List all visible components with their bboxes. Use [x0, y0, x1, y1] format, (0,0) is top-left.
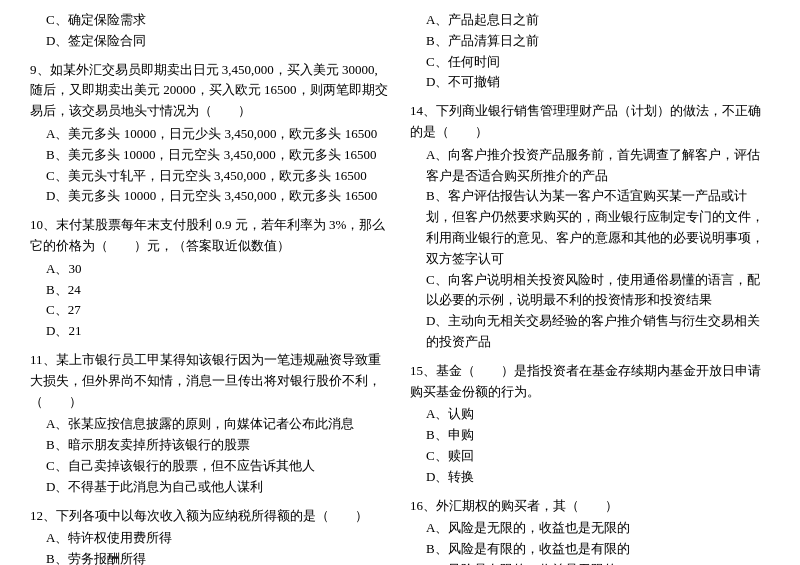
right-column: A、产品起息日之前 B、产品清算日之前 C、任何时间 D、不可撤销 14、下列商… [410, 10, 770, 565]
two-column-layout: C、确定保险需求 D、签定保险合同 9、如某外汇交易员即期卖出日元 3,450,… [30, 10, 770, 565]
q13-option-b: B、产品清算日之前 [410, 31, 770, 52]
q10-option-a: A、30 [30, 259, 390, 280]
q11-option-b: B、暗示朋友卖掉所持该银行的股票 [30, 435, 390, 456]
q13-option-d: D、不可撤销 [410, 72, 770, 93]
q13-option-c: C、任何时间 [410, 52, 770, 73]
option-c-prev: C、确定保险需求 [30, 10, 390, 31]
q12-option-b: B、劳务报酬所得 [30, 549, 390, 565]
q14-option-b: B、客户评估报告认为某一客户不适宜购买某一产品或计划，但客户仍然要求购买的，商业… [410, 186, 770, 269]
q9-option-b: B、美元多头 10000，日元空头 3,450,000，欧元多头 16500 [30, 145, 390, 166]
question-11-text: 11、某上市银行员工甲某得知该银行因为一笔违规融资导致重大损失，但外界尚不知情，… [30, 350, 390, 412]
q9-option-c: C、美元头寸轧平，日元空头 3,450,000，欧元多头 16500 [30, 166, 390, 187]
question-block-13-options: A、产品起息日之前 B、产品清算日之前 C、任何时间 D、不可撤销 [410, 10, 770, 93]
q16-option-b: B、风险是有限的，收益也是有限的 [410, 539, 770, 560]
question-block-12: 12、下列各项中以每次收入额为应纳税所得额的是（ ） A、特许权使用费所得 B、… [30, 506, 390, 565]
question-block-11: 11、某上市银行员工甲某得知该银行因为一笔违规融资导致重大损失，但外界尚不知情，… [30, 350, 390, 498]
question-9-text: 9、如某外汇交易员即期卖出日元 3,450,000，买入美元 30000,随后，… [30, 60, 390, 122]
question-16-text: 16、外汇期权的购买者，其（ ） [410, 496, 770, 517]
q11-option-c: C、自己卖掉该银行的股票，但不应告诉其他人 [30, 456, 390, 477]
q15-option-b: B、申购 [410, 425, 770, 446]
q10-option-c: C、27 [30, 300, 390, 321]
q13-option-a: A、产品起息日之前 [410, 10, 770, 31]
q14-option-a: A、向客户推介投资产品服务前，首先调查了解客户，评估客户是否适合购买所推介的产品 [410, 145, 770, 187]
question-block-15: 15、基金（ ）是指投资者在基金存续期内基金开放日申请购买基金份额的行为。 A、… [410, 361, 770, 488]
option-d-prev: D、签定保险合同 [30, 31, 390, 52]
q9-option-d: D、美元多头 10000，日元空头 3,450,000，欧元多头 16500 [30, 186, 390, 207]
question-10-text: 10、末付某股票每年末支付股利 0.9 元，若年利率为 3%，那么它的价格为（ … [30, 215, 390, 257]
left-column: C、确定保险需求 D、签定保险合同 9、如某外汇交易员即期卖出日元 3,450,… [30, 10, 390, 565]
question-block-10: 10、末付某股票每年末支付股利 0.9 元，若年利率为 3%，那么它的价格为（ … [30, 215, 390, 342]
q14-option-d: D、主动向无相关交易经验的客户推介销售与衍生交易相关的投资产品 [410, 311, 770, 353]
question-14-text: 14、下列商业银行销售管理理财产品（计划）的做法，不正确的是（ ） [410, 101, 770, 143]
q14-option-c: C、向客户说明相关投资风险时，使用通俗易懂的语言，配以必要的示例，说明最不利的投… [410, 270, 770, 312]
q16-option-a: A、风险是无限的，收益也是无限的 [410, 518, 770, 539]
q15-option-a: A、认购 [410, 404, 770, 425]
q12-option-a: A、特许权使用费所得 [30, 528, 390, 549]
q16-option-c: C、风险是有限的，收益是无限的 [410, 560, 770, 565]
question-block-16: 16、外汇期权的购买者，其（ ） A、风险是无限的，收益也是无限的 B、风险是有… [410, 496, 770, 565]
question-block-cd-prev: C、确定保险需求 D、签定保险合同 [30, 10, 390, 52]
question-15-text: 15、基金（ ）是指投资者在基金存续期内基金开放日申请购买基金份额的行为。 [410, 361, 770, 403]
question-12-text: 12、下列各项中以每次收入额为应纳税所得额的是（ ） [30, 506, 390, 527]
q15-option-c: C、赎回 [410, 446, 770, 467]
question-block-9: 9、如某外汇交易员即期卖出日元 3,450,000，买入美元 30000,随后，… [30, 60, 390, 208]
question-block-14: 14、下列商业银行销售管理理财产品（计划）的做法，不正确的是（ ） A、向客户推… [410, 101, 770, 353]
page-container: C、确定保险需求 D、签定保险合同 9、如某外汇交易员即期卖出日元 3,450,… [30, 10, 770, 565]
q10-option-b: B、24 [30, 280, 390, 301]
q10-option-d: D、21 [30, 321, 390, 342]
q11-option-a: A、张某应按信息披露的原则，向媒体记者公布此消息 [30, 414, 390, 435]
q11-option-d: D、不得基于此消息为自己或他人谋利 [30, 477, 390, 498]
q9-option-a: A、美元多头 10000，日元少头 3,450,000，欧元多头 16500 [30, 124, 390, 145]
q15-option-d: D、转换 [410, 467, 770, 488]
